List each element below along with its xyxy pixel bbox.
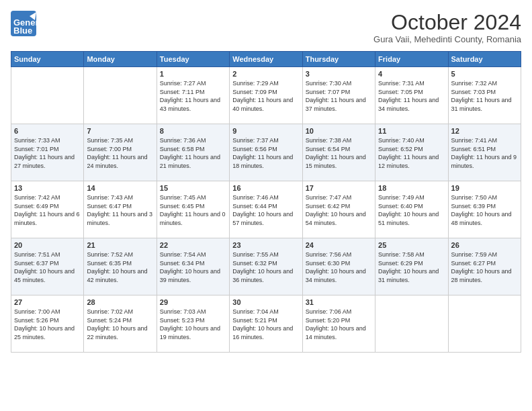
day-content: Sunrise: 7:54 AM Sunset: 6:34 PM Dayligh… bbox=[160, 250, 226, 284]
day-number: 27 bbox=[14, 298, 81, 306]
day-number: 12 bbox=[451, 127, 518, 135]
calendar-week-row: 27Sunrise: 7:00 AM Sunset: 5:26 PM Dayli… bbox=[11, 295, 521, 353]
day-number: 21 bbox=[87, 241, 153, 249]
day-content: Sunrise: 7:38 AM Sunset: 6:54 PM Dayligh… bbox=[306, 136, 372, 170]
day-content: Sunrise: 7:59 AM Sunset: 6:27 PM Dayligh… bbox=[451, 250, 518, 284]
weekday-header-friday: Friday bbox=[375, 52, 448, 67]
calendar-cell: 25Sunrise: 7:58 AM Sunset: 6:29 PM Dayli… bbox=[375, 238, 448, 295]
day-content: Sunrise: 7:41 AM Sunset: 6:51 PM Dayligh… bbox=[451, 136, 518, 170]
calendar-cell: 28Sunrise: 7:02 AM Sunset: 5:24 PM Dayli… bbox=[84, 295, 157, 353]
title-block: October 2024 Gura Vaii, Mehedinti County… bbox=[373, 11, 521, 44]
page-header: General Blue October 2024 Gura Vaii, Meh… bbox=[11, 11, 521, 44]
calendar-cell: 3Sunrise: 7:30 AM Sunset: 7:07 PM Daylig… bbox=[302, 67, 375, 124]
calendar-cell: 20Sunrise: 7:51 AM Sunset: 6:37 PM Dayli… bbox=[11, 238, 84, 295]
day-content: Sunrise: 7:31 AM Sunset: 7:05 PM Dayligh… bbox=[378, 79, 445, 113]
day-number: 31 bbox=[306, 298, 372, 306]
logo: General Blue bbox=[11, 11, 36, 39]
calendar-cell: 13Sunrise: 7:42 AM Sunset: 6:49 PM Dayli… bbox=[11, 181, 84, 238]
weekday-header-row: SundayMondayTuesdayWednesdayThursdayFrid… bbox=[11, 52, 521, 67]
day-number: 18 bbox=[378, 184, 445, 192]
day-content: Sunrise: 7:45 AM Sunset: 6:45 PM Dayligh… bbox=[160, 193, 226, 227]
calendar-cell: 27Sunrise: 7:00 AM Sunset: 5:26 PM Dayli… bbox=[11, 295, 84, 353]
day-number: 7 bbox=[87, 127, 153, 135]
day-content: Sunrise: 7:03 AM Sunset: 5:23 PM Dayligh… bbox=[160, 308, 226, 341]
calendar-table: SundayMondayTuesdayWednesdayThursdayFrid… bbox=[11, 51, 521, 353]
day-content: Sunrise: 7:35 AM Sunset: 7:00 PM Dayligh… bbox=[87, 136, 153, 170]
day-number: 22 bbox=[160, 241, 226, 249]
calendar-cell: 17Sunrise: 7:47 AM Sunset: 6:42 PM Dayli… bbox=[302, 181, 375, 238]
day-number: 10 bbox=[306, 127, 372, 135]
day-number: 1 bbox=[160, 70, 226, 78]
day-number: 8 bbox=[160, 127, 226, 135]
day-number: 25 bbox=[378, 241, 445, 249]
day-content: Sunrise: 7:33 AM Sunset: 7:01 PM Dayligh… bbox=[14, 136, 81, 170]
day-content: Sunrise: 7:06 AM Sunset: 5:20 PM Dayligh… bbox=[306, 308, 372, 341]
day-number: 26 bbox=[451, 241, 518, 249]
calendar-cell: 24Sunrise: 7:56 AM Sunset: 6:30 PM Dayli… bbox=[302, 238, 375, 295]
day-content: Sunrise: 7:49 AM Sunset: 6:40 PM Dayligh… bbox=[378, 193, 445, 227]
day-content: Sunrise: 7:52 AM Sunset: 6:35 PM Dayligh… bbox=[87, 250, 153, 284]
day-content: Sunrise: 7:29 AM Sunset: 7:09 PM Dayligh… bbox=[232, 79, 299, 113]
weekday-header-monday: Monday bbox=[84, 52, 157, 67]
calendar-cell: 26Sunrise: 7:59 AM Sunset: 6:27 PM Dayli… bbox=[448, 238, 521, 295]
calendar-cell: 23Sunrise: 7:55 AM Sunset: 6:32 PM Dayli… bbox=[230, 238, 302, 295]
day-content: Sunrise: 7:40 AM Sunset: 6:52 PM Dayligh… bbox=[378, 136, 445, 170]
day-number: 14 bbox=[87, 184, 153, 192]
calendar-cell: 4Sunrise: 7:31 AM Sunset: 7:05 PM Daylig… bbox=[375, 67, 448, 124]
calendar-cell bbox=[448, 295, 521, 353]
day-content: Sunrise: 7:50 AM Sunset: 6:39 PM Dayligh… bbox=[451, 193, 518, 227]
day-number: 29 bbox=[160, 298, 226, 306]
svg-text:Blue: Blue bbox=[13, 26, 32, 36]
day-content: Sunrise: 7:30 AM Sunset: 7:07 PM Dayligh… bbox=[306, 79, 372, 113]
calendar-cell: 6Sunrise: 7:33 AM Sunset: 7:01 PM Daylig… bbox=[11, 124, 84, 181]
day-number: 17 bbox=[306, 184, 372, 192]
calendar-cell: 8Sunrise: 7:36 AM Sunset: 6:58 PM Daylig… bbox=[157, 124, 229, 181]
day-number: 15 bbox=[160, 184, 226, 192]
calendar-cell bbox=[84, 67, 157, 124]
day-content: Sunrise: 7:04 AM Sunset: 5:21 PM Dayligh… bbox=[232, 308, 299, 341]
calendar-cell: 14Sunrise: 7:43 AM Sunset: 6:47 PM Dayli… bbox=[84, 181, 157, 238]
day-number: 11 bbox=[378, 127, 445, 135]
calendar-cell: 21Sunrise: 7:52 AM Sunset: 6:35 PM Dayli… bbox=[84, 238, 157, 295]
day-number: 30 bbox=[232, 298, 299, 306]
calendar-cell: 15Sunrise: 7:45 AM Sunset: 6:45 PM Dayli… bbox=[157, 181, 229, 238]
day-number: 19 bbox=[451, 184, 518, 192]
calendar-cell: 10Sunrise: 7:38 AM Sunset: 6:54 PM Dayli… bbox=[302, 124, 375, 181]
calendar-cell: 7Sunrise: 7:35 AM Sunset: 7:00 PM Daylig… bbox=[84, 124, 157, 181]
calendar-week-row: 6Sunrise: 7:33 AM Sunset: 7:01 PM Daylig… bbox=[11, 124, 521, 181]
day-content: Sunrise: 7:58 AM Sunset: 6:29 PM Dayligh… bbox=[378, 250, 445, 284]
calendar-week-row: 1Sunrise: 7:27 AM Sunset: 7:11 PM Daylig… bbox=[11, 67, 521, 124]
day-content: Sunrise: 7:27 AM Sunset: 7:11 PM Dayligh… bbox=[160, 79, 226, 113]
day-number: 5 bbox=[451, 70, 518, 78]
calendar-cell: 30Sunrise: 7:04 AM Sunset: 5:21 PM Dayli… bbox=[230, 295, 302, 353]
weekday-header-thursday: Thursday bbox=[302, 52, 375, 67]
logo-icon: General Blue bbox=[11, 11, 36, 39]
day-content: Sunrise: 7:55 AM Sunset: 6:32 PM Dayligh… bbox=[232, 250, 299, 284]
day-number: 4 bbox=[378, 70, 445, 78]
day-number: 28 bbox=[87, 298, 153, 306]
day-content: Sunrise: 7:42 AM Sunset: 6:49 PM Dayligh… bbox=[14, 193, 81, 227]
calendar-cell: 29Sunrise: 7:03 AM Sunset: 5:23 PM Dayli… bbox=[157, 295, 229, 353]
day-number: 24 bbox=[306, 241, 372, 249]
calendar-cell: 16Sunrise: 7:46 AM Sunset: 6:44 PM Dayli… bbox=[230, 181, 302, 238]
weekday-header-saturday: Saturday bbox=[448, 52, 521, 67]
month-title: October 2024 bbox=[373, 11, 521, 34]
day-number: 9 bbox=[232, 127, 299, 135]
weekday-header-tuesday: Tuesday bbox=[157, 52, 229, 67]
day-number: 23 bbox=[232, 241, 299, 249]
day-content: Sunrise: 7:56 AM Sunset: 6:30 PM Dayligh… bbox=[306, 250, 372, 284]
calendar-cell bbox=[375, 295, 448, 353]
calendar-cell: 1Sunrise: 7:27 AM Sunset: 7:11 PM Daylig… bbox=[157, 67, 229, 124]
day-content: Sunrise: 7:43 AM Sunset: 6:47 PM Dayligh… bbox=[87, 193, 153, 227]
calendar-cell: 11Sunrise: 7:40 AM Sunset: 6:52 PM Dayli… bbox=[375, 124, 448, 181]
day-number: 13 bbox=[14, 184, 81, 192]
day-content: Sunrise: 7:36 AM Sunset: 6:58 PM Dayligh… bbox=[160, 136, 226, 170]
calendar-cell bbox=[11, 67, 84, 124]
weekday-header-sunday: Sunday bbox=[11, 52, 84, 67]
calendar-cell: 9Sunrise: 7:37 AM Sunset: 6:56 PM Daylig… bbox=[230, 124, 302, 181]
day-number: 2 bbox=[232, 70, 299, 78]
day-content: Sunrise: 7:37 AM Sunset: 6:56 PM Dayligh… bbox=[232, 136, 299, 170]
day-content: Sunrise: 7:47 AM Sunset: 6:42 PM Dayligh… bbox=[306, 193, 372, 227]
day-content: Sunrise: 7:46 AM Sunset: 6:44 PM Dayligh… bbox=[232, 193, 299, 227]
calendar-cell: 22Sunrise: 7:54 AM Sunset: 6:34 PM Dayli… bbox=[157, 238, 229, 295]
